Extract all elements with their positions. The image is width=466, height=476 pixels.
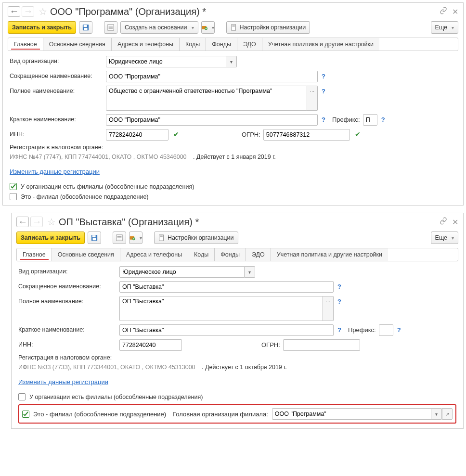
parent-org-input[interactable]	[272, 408, 431, 420]
help-icon[interactable]: ?	[322, 114, 325, 123]
svg-rect-13	[92, 235, 96, 237]
help-icon[interactable]: ?	[322, 86, 325, 95]
help-icon[interactable]: ?	[337, 281, 341, 290]
tab-addresses[interactable]: Адреса и телефоны	[112, 38, 180, 51]
reg-date: . Действует с 1 октября 2019 г.	[202, 364, 287, 371]
save-button[interactable]	[88, 232, 101, 244]
tab-addresses[interactable]: Адреса и телефоны	[120, 248, 188, 261]
org-type-input[interactable]	[119, 266, 245, 278]
full-name-textarea[interactable]	[119, 296, 323, 321]
help-icon[interactable]: ?	[381, 114, 385, 123]
org-settings-label: Настройки организации	[168, 234, 234, 241]
save-close-button[interactable]: Записать и закрыть	[16, 232, 85, 244]
reg-date: . Действует с 1 января 2019 г.	[193, 154, 276, 160]
create-based-on-button[interactable]: Создать на основании	[120, 21, 198, 34]
tab-policy[interactable]: Учетная политика и другие настройки	[271, 248, 388, 261]
save-button[interactable]	[79, 21, 92, 34]
svg-rect-11	[232, 26, 234, 26]
change-registration-link[interactable]: Изменить данные регистрации	[10, 168, 100, 175]
prefix-input[interactable]	[379, 324, 393, 336]
short-name-input[interactable]	[106, 71, 318, 82]
help-icon[interactable]: ?	[322, 71, 325, 80]
favorite-star-icon[interactable]: ☆	[47, 216, 56, 228]
is-branch-label: Это - филиал (обособленное подразделение…	[33, 411, 166, 418]
window-org-vystavka: 🡐 🡒 ☆ ОП "Выставка" (Организация) * ✕ За…	[11, 213, 464, 429]
branch-highlight-box: Это - филиал (обособленное подразделение…	[18, 404, 456, 424]
folder-dropdown-button[interactable]	[201, 21, 215, 34]
brief-name-input[interactable]	[106, 114, 318, 126]
full-name-expand[interactable]: …	[307, 86, 318, 111]
has-branches-checkbox[interactable]	[18, 393, 26, 400]
full-name-textarea[interactable]	[106, 86, 307, 111]
window-org-programma: 🡐 🡒 ☆ ООО "Программа" (Организация) * ✕ …	[2, 2, 464, 206]
inn-input[interactable]	[119, 339, 182, 351]
brief-name-input[interactable]	[119, 324, 334, 336]
window-title: ОП "Выставка" (Организация) *	[59, 217, 199, 228]
org-type-dropdown[interactable]: ▾	[226, 56, 237, 67]
tab-main[interactable]: Главное	[17, 248, 52, 261]
forward-button[interactable]: 🡒	[30, 217, 43, 227]
forward-button[interactable]: 🡒	[22, 6, 34, 17]
org-type-input[interactable]	[106, 56, 226, 67]
full-name-label: Полное наименование:	[18, 296, 119, 305]
save-close-button[interactable]: Записать и закрыть	[8, 21, 76, 34]
link-icon[interactable]	[440, 217, 447, 227]
prefix-label: Префикс:	[332, 114, 360, 123]
brief-name-label: Краткое наименование:	[18, 324, 119, 333]
help-icon[interactable]: ?	[397, 324, 401, 334]
short-name-input[interactable]	[119, 281, 334, 293]
svg-rect-22	[160, 236, 162, 236]
folder-dropdown-button[interactable]	[129, 232, 142, 244]
inn-label: ИНН:	[18, 339, 119, 348]
tab-basic-info[interactable]: Основные сведения	[43, 38, 112, 51]
parent-org-dropdown[interactable]: ▾	[431, 408, 442, 420]
tab-edo[interactable]: ЭДО	[237, 38, 262, 51]
close-icon[interactable]: ✕	[452, 218, 458, 227]
back-button[interactable]: 🡐	[16, 217, 29, 227]
org-type-label: Вид организации:	[10, 56, 106, 64]
org-settings-label: Настройки организации	[240, 24, 306, 31]
has-branches-label: У организации есть филиалы (обособленные…	[21, 183, 194, 190]
tab-codes[interactable]: Коды	[188, 248, 215, 261]
tab-edo[interactable]: ЭДО	[246, 248, 271, 261]
tab-codes[interactable]: Коды	[180, 38, 206, 51]
list-button[interactable]	[113, 232, 126, 244]
close-icon[interactable]: ✕	[452, 7, 458, 16]
favorite-star-icon[interactable]: ☆	[39, 6, 47, 17]
full-name-label: Полное наименование:	[10, 86, 106, 94]
full-name-expand[interactable]: …	[323, 296, 334, 321]
back-button[interactable]: 🡐	[8, 6, 20, 17]
check-ok-icon: ✔	[173, 129, 179, 138]
inn-label: ИНН:	[10, 129, 106, 138]
tab-funds[interactable]: Фонды	[215, 248, 246, 261]
has-branches-checkbox[interactable]	[10, 183, 17, 190]
tab-policy[interactable]: Учетная политика и другие настройки	[262, 38, 379, 51]
parent-org-open[interactable]: ↗	[442, 408, 453, 420]
svg-rect-23	[160, 236, 162, 237]
change-registration-link[interactable]: Изменить данные регистрации	[18, 378, 108, 386]
link-icon[interactable]	[440, 7, 447, 16]
org-settings-button[interactable]: Настройки организации	[226, 21, 311, 34]
prefix-label: Префикс:	[348, 324, 376, 334]
tab-bar: Главное Основные сведения Адреса и телеф…	[16, 248, 458, 261]
is-branch-checkbox[interactable]	[10, 193, 17, 200]
org-settings-button[interactable]: Настройки организации	[154, 232, 238, 244]
parent-org-label: Головная организация филиала:	[173, 411, 268, 418]
list-button[interactable]	[104, 21, 117, 34]
inn-input[interactable]	[106, 129, 168, 141]
help-icon[interactable]: ?	[337, 296, 341, 305]
org-type-dropdown[interactable]: ▾	[245, 266, 255, 278]
ogrn-label: ОГРН:	[261, 339, 280, 348]
prefix-input[interactable]	[363, 114, 377, 126]
tab-bar: Главное Основные сведения Адреса и телеф…	[8, 38, 458, 51]
tab-main[interactable]: Главное	[8, 38, 43, 51]
is-branch-checkbox[interactable]	[22, 411, 29, 418]
help-icon[interactable]: ?	[337, 324, 341, 334]
tab-funds[interactable]: Фонды	[206, 38, 237, 51]
more-button[interactable]: Еще	[431, 232, 458, 244]
ogrn-input[interactable]	[283, 339, 360, 351]
ogrn-input[interactable]	[263, 129, 350, 141]
tab-basic-info[interactable]: Основные сведения	[52, 248, 120, 261]
ogrn-label: ОГРН:	[242, 129, 260, 138]
more-button[interactable]: Еще	[431, 21, 458, 34]
